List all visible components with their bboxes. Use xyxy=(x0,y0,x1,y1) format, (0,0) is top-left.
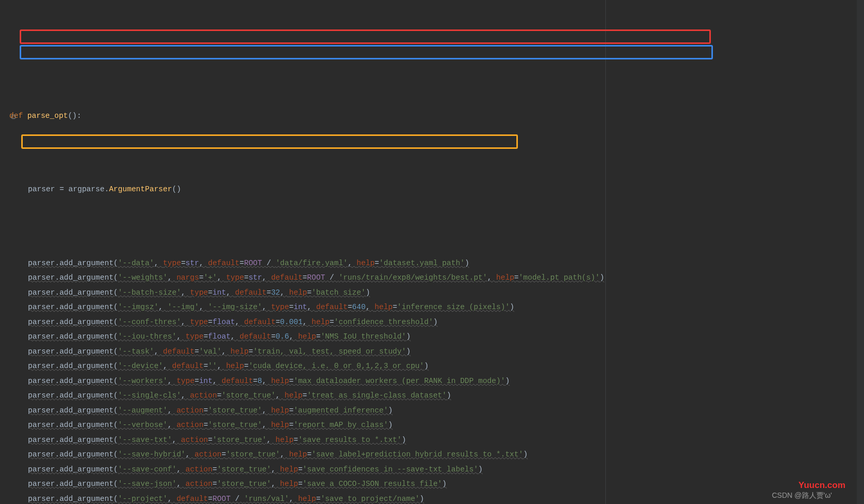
code-line-add-argument: parser.add_argument('--batch-size', type… xyxy=(9,285,864,300)
code-line-add-argument: parser.add_argument('--imgsz', '--img', … xyxy=(9,300,864,315)
watermark-csdn: CSDN @路人贾'ω' xyxy=(772,488,832,503)
code-line-add-argument: parser.add_argument('--task', default='v… xyxy=(9,344,864,359)
code-line-add-argument: parser.add_argument('--data', type=str, … xyxy=(9,256,864,271)
code-line-add-argument: parser.add_argument('--single-cls', acti… xyxy=(9,388,864,403)
code-line-add-argument: parser.add_argument('--save-hybrid', act… xyxy=(9,447,864,462)
code-line-add-argument: parser.add_argument('--save-json', actio… xyxy=(9,477,864,492)
gutter-fold-icon[interactable] xyxy=(11,115,16,119)
code-line-parser-init: parser = argparse.ArgumentParser() xyxy=(9,182,864,197)
code-line-add-argument: parser.add_argument('--augment', action=… xyxy=(9,403,864,418)
code-line-add-argument: parser.add_argument('--iou-thres', type=… xyxy=(9,329,864,344)
code-line-def: def parse_opt(): xyxy=(9,109,864,124)
code-line-add-argument: parser.add_argument('--device', default=… xyxy=(9,359,864,374)
code-line-add-argument: parser.add_argument('--conf-thres', type… xyxy=(9,315,864,330)
highlight-blue xyxy=(20,45,713,59)
code-line-add-argument: parser.add_argument('--workers', type=in… xyxy=(9,374,864,389)
code-line-add-argument: parser.add_argument('--project', default… xyxy=(9,492,864,505)
code-line-add-argument: parser.add_argument('--verbose', action=… xyxy=(9,418,864,433)
code-editor[interactable]: def parse_opt(): parser = argparse.Argum… xyxy=(0,0,864,504)
highlight-orange xyxy=(21,134,518,149)
code-line-add-argument: parser.add_argument('--save-conf', actio… xyxy=(9,462,864,477)
highlight-red xyxy=(20,29,711,44)
code-line-add-argument: parser.add_argument('--save-txt', action… xyxy=(9,433,864,448)
code-line-add-argument: parser.add_argument('--weights', nargs='… xyxy=(9,270,864,285)
